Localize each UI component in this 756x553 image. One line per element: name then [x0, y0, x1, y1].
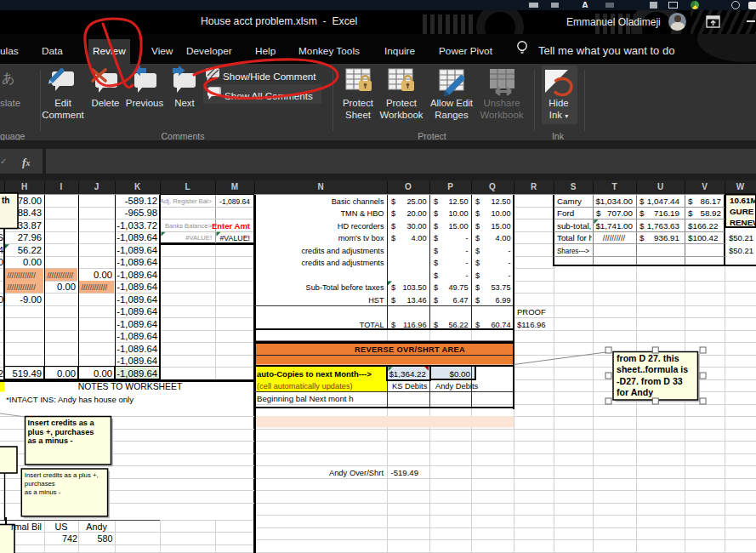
svg-text:56.22: 56.22: [449, 321, 469, 329]
svg-text:519.49: 519.49: [12, 368, 42, 379]
svg-text:0: 0: [0, 257, 3, 267]
svg-text:20.00: 20.00: [407, 209, 427, 218]
svg-text:Andy Over/Shrt: Andy Over/Shrt: [329, 468, 384, 477]
svg-text:27.96: 27.96: [18, 232, 42, 242]
svg-text:1,763.63: 1,763.63: [647, 221, 680, 231]
svg-text:////////////: ////////////: [48, 271, 74, 280]
svg-text:$: $: [475, 271, 480, 280]
svg-text:10.00: 10.00: [449, 209, 469, 218]
svg-text:$: $: [475, 296, 480, 305]
svg-text:-: -: [508, 259, 510, 267]
svg-text:12.50: 12.50: [492, 197, 511, 206]
svg-text:$: $: [639, 208, 645, 218]
svg-text:25.00: 25.00: [407, 197, 427, 206]
svg-text:4.00: 4.00: [496, 234, 511, 242]
svg-text:0.00: 0.00: [57, 282, 76, 292]
svg-text:0.00: 0.00: [94, 368, 112, 379]
svg-text:KS Debits: KS Debits: [392, 382, 428, 391]
svg-text:NOTES TO WORKSHEET: NOTES TO WORKSHEET: [78, 382, 183, 391]
svg-text:-D27. from D 33: -D27. from D 33: [617, 376, 683, 386]
svg-text:50.21: 50.21: [733, 246, 753, 255]
svg-text:$: $: [391, 234, 395, 242]
svg-text:#VALUE!: #VALUE!: [185, 234, 212, 242]
svg-text:purchases: purchases: [25, 480, 55, 487]
svg-text:as a minus -: as a minus -: [28, 436, 73, 445]
svg-text:sheet..formula is: sheet..formula is: [617, 364, 688, 374]
svg-text:-1,089.64: -1,089.64: [117, 331, 157, 341]
svg-text:HST: HST: [368, 296, 384, 305]
svg-text:Enter Amt: Enter Amt: [212, 221, 251, 231]
svg-text:-1,089.64: -1,089.64: [117, 232, 157, 242]
svg-text:for Andy: for Andy: [617, 387, 653, 397]
svg-text:$: $: [639, 233, 645, 242]
svg-text:707.00: 707.00: [607, 208, 634, 218]
svg-text:-: -: [508, 247, 510, 255]
svg-text:-: -: [465, 247, 468, 255]
svg-text:6.47: 6.47: [453, 296, 469, 305]
svg-text:-1,089.64: -1,089.64: [117, 294, 157, 305]
svg-text:742: 742: [62, 533, 77, 544]
svg-text:credits and adjustments: credits and adjustments: [301, 247, 384, 255]
svg-text:4.00: 4.00: [412, 234, 427, 242]
svg-text:-1,089.64: -1,089.64: [219, 197, 250, 206]
svg-text:-: -: [465, 259, 468, 267]
svg-text:US: US: [55, 522, 68, 532]
svg-text:-1,089.64: -1,089.64: [117, 319, 157, 329]
svg-text:116.96: 116.96: [403, 321, 426, 329]
svg-text:$: $: [391, 283, 395, 292]
svg-text:Camry: Camry: [557, 197, 582, 206]
svg-text:$: $: [434, 234, 438, 242]
svg-text:HD recorders: HD recorders: [338, 222, 384, 231]
svg-text:-1,089.64: -1,089.64: [117, 270, 157, 280]
svg-text:$: $: [475, 259, 480, 267]
svg-text:0.00: 0.00: [23, 257, 42, 267]
svg-text:$: $: [434, 283, 438, 292]
svg-text:////////////: ////////////: [82, 283, 108, 292]
svg-text:10.61M: 10.61M: [730, 196, 756, 205]
svg-text:S: S: [0, 232, 3, 242]
svg-text:88.43: 88.43: [18, 208, 42, 218]
svg-text:-1,089.64: -1,089.64: [117, 368, 157, 379]
svg-text:$1,034.00: $1,034.00: [595, 197, 633, 206]
svg-text:Basic channels: Basic channels: [332, 197, 384, 206]
svg-text:$: $: [391, 197, 395, 206]
svg-text:mom's tv box: mom's tv box: [338, 234, 384, 242]
svg-text:$: $: [391, 321, 395, 329]
svg-text:$166.22: $166.22: [688, 221, 718, 231]
svg-text:$0.00: $0.00: [449, 369, 470, 379]
svg-text:-589.12: -589.12: [125, 196, 157, 206]
svg-text:50.21: 50.21: [733, 233, 753, 242]
svg-text:Sub-Total before taxes: Sub-Total before taxes: [306, 283, 384, 292]
svg-text:-: -: [465, 234, 468, 242]
svg-text:-9.00: -9.00: [20, 294, 42, 305]
svg-text:-1,089.64: -1,089.64: [117, 344, 157, 354]
svg-text:(cell automatically updates): (cell automatically updates): [257, 382, 353, 391]
svg-text:-1,089.64: -1,089.64: [117, 257, 157, 267]
svg-text:6.99: 6.99: [496, 296, 511, 305]
svg-text:$: $: [434, 222, 438, 231]
svg-text:$: $: [391, 222, 395, 231]
svg-text:-519.49: -519.49: [390, 468, 418, 477]
svg-text:-: -: [465, 271, 468, 280]
svg-text:auto-Copies to next Month--->: auto-Copies to next Month--->: [257, 369, 372, 379]
svg-text:$: $: [475, 247, 480, 255]
svg-text:$116.96: $116.96: [517, 320, 546, 329]
svg-text:*INTACT INS: Andy has house o: *INTACT INS: Andy has house only: [6, 395, 134, 404]
svg-text:12.50: 12.50: [449, 197, 469, 206]
svg-text:$: $: [475, 234, 480, 242]
svg-text:$: $: [475, 283, 480, 292]
svg-text:Shares--->: Shares--->: [557, 246, 589, 255]
svg-text:th: th: [2, 196, 9, 205]
svg-text:$: $: [596, 208, 601, 218]
svg-text:103.50: 103.50: [402, 283, 426, 292]
svg-text://///////////: /////////////: [8, 283, 37, 292]
svg-text:$: $: [475, 197, 480, 206]
svg-text:$: $: [475, 222, 480, 231]
svg-text:$: $: [475, 209, 480, 218]
svg-text:$: $: [434, 197, 438, 206]
svg-text:$: $: [434, 271, 438, 280]
svg-text:30.00: 30.00: [407, 222, 427, 231]
svg-text:49.75: 49.75: [449, 283, 469, 292]
svg-text:$: $: [391, 296, 395, 305]
svg-text:$1,741.00: $1,741.00: [595, 221, 633, 231]
